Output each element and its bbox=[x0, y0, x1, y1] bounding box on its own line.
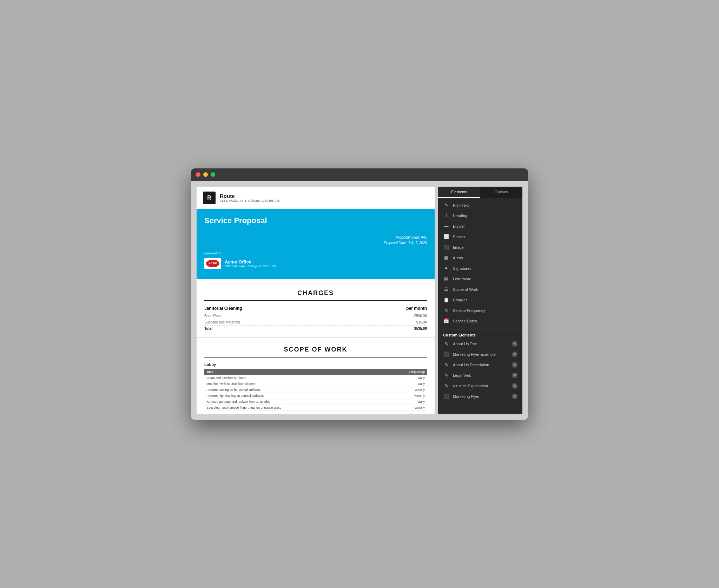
custom-label-marketing-flyer-example: Marketing Flyer Example bbox=[453, 352, 496, 356]
task-col-header: Task bbox=[204, 369, 382, 375]
charge-group-header: Janitorial Cleaning per month bbox=[204, 306, 427, 311]
spacer-icon: ⬜ bbox=[443, 234, 449, 240]
element-label-areas: Areas bbox=[453, 256, 463, 260]
frequency-cell: Weekly bbox=[382, 387, 427, 393]
total-amount: $535.00 bbox=[414, 327, 427, 330]
scope-of-work-icon: ☰ bbox=[443, 286, 449, 293]
about-us-description-icon: ✎ bbox=[443, 362, 449, 368]
element-label-charges: Charges bbox=[453, 298, 468, 302]
virucide-explanation-icon: ✎ bbox=[443, 383, 449, 389]
element-label-signatures: Signatures bbox=[453, 266, 471, 270]
company-info: Route 233 S Wacker Dr 3, Chicago, IL 606… bbox=[220, 193, 280, 202]
remove-marketing-flyer-example-button[interactable]: ✕ bbox=[512, 352, 517, 357]
client-info: Acme Office 2927 N Allen Ave, Chicago, I… bbox=[225, 259, 276, 268]
charge-row-total: Total $535.00 bbox=[204, 326, 427, 332]
charges-icon: 📋 bbox=[443, 297, 449, 303]
acme-text: ACME bbox=[209, 262, 217, 265]
scope-section: SCOPE OF WORK Lobby Task Frequency Clean… bbox=[197, 338, 435, 414]
frequency-col-header: Frequency bbox=[382, 369, 427, 375]
frequency-cell: Daily bbox=[382, 399, 427, 405]
task-cell: Perform dusting on horizontal surfaces bbox=[204, 387, 382, 393]
tab-options[interactable]: Options bbox=[480, 187, 522, 198]
minimize-button[interactable] bbox=[203, 172, 208, 177]
element-item-spacer[interactable]: ⬜Spacer bbox=[438, 232, 522, 242]
element-label-image: Image bbox=[453, 245, 464, 249]
proposal-date: Proposal Date: July 1, 2020 bbox=[204, 240, 427, 246]
custom-label-marketing-flyer: Marketing Flyer bbox=[453, 394, 480, 399]
heading-icon: T bbox=[443, 213, 449, 219]
custom-item-marketing-flyer-example[interactable]: ⬛Marketing Flyer Example✕ bbox=[438, 349, 522, 360]
custom-item-marketing-flyer[interactable]: ⬛Marketing Flyer✕ bbox=[438, 391, 522, 402]
element-item-heading[interactable]: THeading bbox=[438, 211, 522, 221]
element-item-image[interactable]: ⬛Image bbox=[438, 242, 522, 253]
element-item-service-dates[interactable]: 📅Service Dates bbox=[438, 316, 522, 326]
task-row: Remove garbage and replace liner as need… bbox=[204, 399, 427, 405]
marketing-flyer-example-icon: ⬛ bbox=[443, 351, 449, 358]
task-cell: Clean and disinfect surfaces bbox=[204, 375, 382, 381]
image-icon: ⬛ bbox=[443, 244, 449, 250]
banner-divider bbox=[204, 229, 427, 229]
acme-oval: ACME bbox=[206, 260, 219, 267]
app-window: R Route 233 S Wacker Dr 3, Chicago, IL 6… bbox=[191, 168, 528, 420]
proposal-meta: Proposal Code: 441 Proposal Date: July 1… bbox=[204, 235, 427, 246]
element-label-spacer: Spacer bbox=[453, 235, 465, 239]
area-title: Lobby bbox=[204, 362, 427, 367]
custom-label-legal-verb: Legal Verb bbox=[453, 373, 471, 377]
remove-about-us-text-button[interactable]: ✕ bbox=[512, 341, 517, 347]
client-name: Acme Office bbox=[225, 259, 276, 265]
task-table-header-row: Task Frequency bbox=[204, 369, 427, 375]
element-item-rich-text[interactable]: ✎Rich Text bbox=[438, 200, 522, 211]
client-address: 2927 N Allen Ave, Chicago, IL 60618, US bbox=[225, 265, 276, 268]
letterhead-icon: ▤ bbox=[443, 276, 449, 282]
task-cell: Spot clean and remove fingerprints on en… bbox=[204, 405, 382, 410]
frequency-cell: Monthly bbox=[382, 393, 427, 399]
element-item-divider[interactable]: —Divider bbox=[438, 221, 522, 232]
frequency-cell: Daily bbox=[382, 375, 427, 381]
charges-section: CHARGES Janitorial Cleaning per month Ba… bbox=[197, 279, 435, 338]
divider-icon: — bbox=[443, 223, 449, 229]
charge-group-period: per month bbox=[406, 306, 427, 311]
tab-elements[interactable]: Elements bbox=[438, 187, 480, 198]
remove-virucide-explanation-button[interactable]: ✕ bbox=[512, 383, 517, 389]
task-row: Perform dusting on horizontal surfacesWe… bbox=[204, 387, 427, 393]
element-label-rich-text: Rich Text bbox=[453, 203, 469, 207]
task-table-head: Task Frequency bbox=[204, 369, 427, 375]
charge-row-supplies: Supplies and Materials $35.00 bbox=[204, 319, 427, 326]
element-item-service-frequency[interactable]: ✕Service Frequency bbox=[438, 305, 522, 316]
element-item-charges[interactable]: 📋Charges bbox=[438, 295, 522, 305]
element-item-areas[interactable]: ▦Areas bbox=[438, 253, 522, 263]
custom-item-about-us-description[interactable]: ✎About Us Description✕ bbox=[438, 360, 522, 370]
task-cell: Mop floor with neutral floor cleaner bbox=[204, 381, 382, 387]
frequency-cell: Weekly bbox=[382, 405, 427, 410]
custom-item-about-us-text[interactable]: ✎About Us Text✕ bbox=[438, 339, 522, 349]
client-block: ACME Acme Office 2927 N Allen Ave, Chica… bbox=[204, 258, 427, 269]
prepared-for-label: prepared for bbox=[204, 252, 427, 255]
task-row: Perform high dusting on vertical surface… bbox=[204, 393, 427, 399]
element-item-letterhead[interactable]: ▤Letterhead bbox=[438, 274, 522, 284]
custom-item-legal-verb[interactable]: ✎Legal Verb✕ bbox=[438, 370, 522, 381]
custom-item-virucide-explanation[interactable]: ✎Virucide Explanation✕ bbox=[438, 381, 522, 391]
remove-legal-verb-button[interactable]: ✕ bbox=[512, 373, 517, 378]
company-logo: R bbox=[203, 192, 216, 204]
remove-marketing-flyer-button[interactable]: ✕ bbox=[512, 394, 517, 399]
element-label-service-frequency: Service Frequency bbox=[453, 308, 485, 313]
element-label-divider: Divider bbox=[453, 224, 465, 228]
close-button[interactable] bbox=[196, 172, 200, 177]
element-item-signatures[interactable]: ✒Signatures bbox=[438, 263, 522, 274]
task-row: Clean and disinfect surfacesDaily bbox=[204, 375, 427, 381]
acme-logo: ACME bbox=[204, 258, 221, 269]
panel-tabs: Elements Options bbox=[438, 187, 522, 198]
task-table-body: Clean and disinfect surfacesDailyMop flo… bbox=[204, 375, 427, 411]
element-item-scope-of-work[interactable]: ☰Scope of Work bbox=[438, 284, 522, 295]
blue-banner: Service Proposal Proposal Code: 441 Prop… bbox=[197, 209, 435, 279]
legal-verb-icon: ✎ bbox=[443, 372, 449, 379]
document-area: R Route 233 S Wacker Dr 3, Chicago, IL 6… bbox=[197, 187, 435, 414]
remove-about-us-description-button[interactable]: ✕ bbox=[512, 362, 517, 368]
custom-label-virucide-explanation: Virucide Explanation bbox=[453, 384, 488, 388]
maximize-button[interactable] bbox=[211, 172, 215, 177]
title-bar bbox=[191, 168, 528, 181]
letterhead-section: R Route 233 S Wacker Dr 3, Chicago, IL 6… bbox=[197, 187, 435, 209]
supplies-label: Supplies and Materials bbox=[204, 320, 240, 324]
frequency-cell: Daily bbox=[382, 381, 427, 387]
company-name: Route bbox=[220, 193, 280, 199]
